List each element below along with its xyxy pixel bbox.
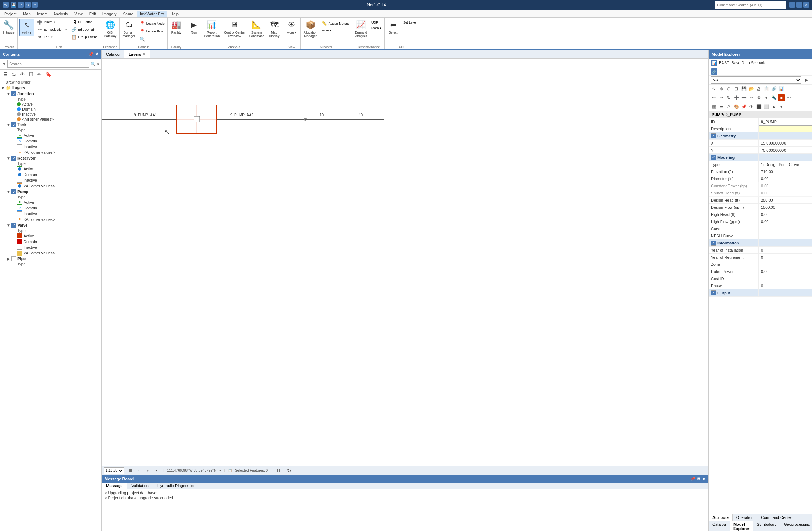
command-center-tab[interactable]: Command Center (757, 514, 796, 521)
more-icon[interactable]: ▾ (32, 2, 38, 8)
me-tool-undo[interactable]: ↩ (710, 94, 717, 101)
prop-value-elevation[interactable]: 710.00 (759, 168, 812, 175)
msg-float-button[interactable]: ⧉ (697, 477, 700, 481)
coordinates-dropdown[interactable]: ▾ (219, 469, 221, 472)
redo-icon[interactable]: ↪ (25, 2, 31, 8)
insert-button[interactable]: ➕ Insert ▾ (36, 19, 69, 26)
me-tool-zoom-out[interactable]: ⊖ (725, 85, 732, 92)
me-tool-settings[interactable]: ⚙ (755, 94, 762, 101)
me-tool-grid[interactable]: ▦ (710, 103, 717, 110)
me-tool-eye[interactable]: 👁 (748, 103, 755, 110)
me-tool-remove[interactable]: ➖ (740, 94, 747, 101)
prop-value-design-head[interactable]: 250.00 (759, 197, 812, 203)
prop-value-high-head[interactable]: 0.00 (759, 211, 812, 218)
msg-tab-message[interactable]: Message (102, 483, 127, 489)
me-tool-expand[interactable]: ⬛ (755, 103, 762, 110)
tree-junction-layer[interactable]: ▼ ✓ Junction (0, 91, 101, 97)
demand-more-button[interactable]: More ▾ (370, 26, 383, 31)
output-checkbox[interactable]: ✓ (711, 290, 716, 295)
domain-manager-button[interactable]: 🗂 DomainManager (121, 19, 137, 39)
me-tool-save[interactable]: 💾 (740, 85, 747, 92)
map-canvas[interactable]: 9_PUMP_AA1 9_PUMP_AA2 10 (102, 59, 708, 466)
me-tool-arrow-down[interactable]: ▼ (778, 103, 785, 110)
list-by-source-button[interactable]: 🗂 (10, 70, 18, 78)
edit-domain-button[interactable]: 🔗 Edit Domain (70, 26, 99, 33)
me-tool-collapse[interactable]: ⬜ (763, 103, 770, 110)
prop-value-rated-power[interactable]: 0.00 (759, 268, 812, 275)
facility-button[interactable]: 🏭 Facility (169, 19, 184, 35)
menu-map[interactable]: Map (20, 11, 33, 17)
me-tool-arrow-up[interactable]: ▲ (770, 103, 777, 110)
list-by-order-button[interactable]: ☰ (1, 70, 9, 78)
prop-value-type[interactable]: 1: Design Point Curve (759, 161, 812, 168)
minimize-button[interactable]: ─ (789, 2, 795, 8)
maximize-button[interactable]: □ (796, 2, 802, 8)
menu-help[interactable]: Help (167, 11, 181, 17)
me-tool-more[interactable]: ⋯ (785, 94, 792, 101)
contents-search-input[interactable] (7, 60, 89, 68)
me-tool-add[interactable]: ➕ (733, 94, 740, 101)
information-checkbox[interactable]: ✓ (711, 241, 716, 246)
me-tool-pin[interactable]: 📌 (740, 103, 747, 110)
menu-share[interactable]: Share (120, 11, 136, 17)
auto-hide-button[interactable]: 📌 (88, 52, 94, 57)
locate-node-button[interactable]: 📍 Locate Node (138, 20, 166, 27)
catalog-symbology-tab[interactable]: Symbology (753, 521, 780, 531)
select-right-button[interactable]: ⬅ Select (386, 19, 400, 35)
layers-tab-close[interactable]: ✕ (142, 52, 145, 56)
tree-tank-layer[interactable]: ▼ ✓ Tank (0, 122, 101, 127)
locate-pipe-button[interactable]: 📍 Locate Pipe (138, 28, 166, 35)
run-button[interactable]: ▶ Run (187, 19, 201, 35)
save-icon[interactable]: 💾 (11, 2, 16, 8)
me-tool-zoom-in[interactable]: ⊕ (718, 85, 725, 92)
prop-value-npsh-curve[interactable] (759, 232, 812, 239)
prop-value-design-flow[interactable]: 1500.00 (759, 204, 812, 211)
command-search-input[interactable] (715, 1, 786, 9)
search-options-icon[interactable]: ▾ (97, 62, 99, 66)
system-schematic-button[interactable]: 📐 SystemSchematic (248, 19, 266, 39)
attribute-tab[interactable]: Attribute (709, 514, 733, 521)
prop-value-y[interactable]: 70.000000000 (759, 147, 812, 153)
msg-tab-hydraulic[interactable]: Hydraulic Diagnostics (153, 483, 200, 489)
list-by-selection-button[interactable]: ☑ (27, 70, 35, 78)
menu-project[interactable]: Project (1, 11, 19, 17)
prop-value-curve[interactable] (759, 225, 812, 232)
catalog-model-explorer-tab[interactable]: Model Explorer (730, 521, 753, 531)
menu-view[interactable]: View (71, 11, 86, 17)
prop-value-diameter[interactable]: 0.00 (759, 175, 812, 182)
gis-gateway-button[interactable]: 🌐 GISGateway (102, 19, 118, 39)
me-tool-refresh[interactable]: ↻ (725, 94, 732, 101)
me-tool-copy[interactable]: 📋 (763, 85, 770, 92)
panel-close-button[interactable]: ✕ (95, 52, 99, 57)
list-by-type-button[interactable]: 🔖 (44, 70, 52, 78)
view-mode-btn3[interactable]: ↑ (144, 467, 152, 475)
me-tool-redo[interactable]: ↪ (718, 94, 725, 101)
me-tool-active-red[interactable]: ■ (778, 94, 785, 101)
prop-value-x[interactable]: 15.000000000 (759, 140, 812, 146)
domain-search-button[interactable]: 🔍 (138, 36, 166, 43)
view-mode-btn2[interactable]: ↔ (135, 467, 143, 475)
search-icon[interactable]: 🔍 (91, 62, 96, 66)
prop-value-phase[interactable]: 0 (759, 282, 812, 289)
me-tool-print[interactable]: 🖨 (755, 85, 762, 92)
undo-icon[interactable]: ↩ (18, 2, 24, 8)
select-button[interactable]: ↖ Select (19, 19, 34, 36)
close-button[interactable]: ✕ (803, 2, 809, 8)
demand-analysis-button[interactable]: 📈 DemandAnalysis (354, 19, 369, 39)
na-dropdown[interactable]: N/A (711, 76, 801, 84)
menu-infowater-pro[interactable]: InfoWater Pro (137, 11, 167, 17)
list-by-editing-button[interactable]: ✏ (36, 70, 44, 78)
prop-value-id[interactable]: 9_PUMP (759, 118, 812, 125)
catalog-catalog-tab[interactable]: Catalog (709, 521, 730, 531)
view-mode-btn1[interactable]: ▦ (127, 467, 135, 475)
geometry-checkbox[interactable]: ✓ (711, 133, 716, 138)
modeling-checkbox[interactable]: ✓ (711, 155, 716, 160)
prop-value-description[interactable] (759, 125, 812, 132)
menu-analysis[interactable]: Analysis (50, 11, 71, 17)
assign-meters-button[interactable]: 📏 Assign Meters (320, 20, 350, 27)
prop-value-year-retire[interactable]: 0 (759, 254, 812, 261)
prop-value-cost-id[interactable] (759, 275, 812, 282)
msg-close-button[interactable]: ✕ (702, 477, 706, 481)
me-tool-link[interactable]: 🔗 (770, 85, 777, 92)
me-tool-highlight[interactable]: 🔦 (770, 94, 777, 101)
